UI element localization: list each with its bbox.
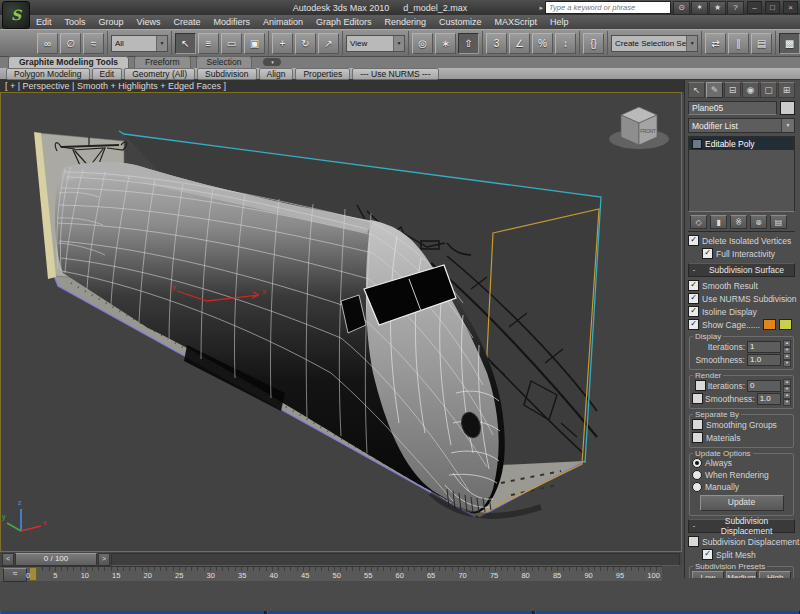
mini-curve-editor-button[interactable]: ≈ <box>3 568 27 582</box>
render-iterations-field[interactable]: 0 <box>747 380 781 392</box>
menu-item[interactable]: Rendering <box>385 17 427 27</box>
menu-item[interactable]: Graph Editors <box>316 17 372 27</box>
ribbon-panel-button[interactable]: Align <box>259 68 294 80</box>
ribbon-panel-button[interactable]: Geometry (All) <box>124 68 195 80</box>
track-bar[interactable]: ≈ 05101520253035404550556065707580859095… <box>0 566 662 581</box>
search-input[interactable] <box>545 1 671 14</box>
ribbon-minimize-toggle[interactable]: ▾ <box>263 58 281 66</box>
ribbon-tab[interactable]: Selection <box>196 56 253 68</box>
menu-item[interactable]: Group <box>99 17 124 27</box>
ribbon-panel-button[interactable]: --- Use NURMS --- <box>352 68 438 80</box>
restore-button[interactable]: □ <box>765 1 780 14</box>
spinner[interactable]: ▲▼ <box>783 379 791 393</box>
cage-color-swatch-orange[interactable] <box>763 319 776 330</box>
menu-item[interactable]: Animation <box>263 17 303 27</box>
menu-item[interactable]: Customize <box>439 17 482 27</box>
smooth-result-row[interactable]: ✓ Smooth Result <box>688 279 795 292</box>
spinner[interactable]: ▲▼ <box>783 340 791 354</box>
preset-medium-button[interactable]: Medium <box>726 571 758 578</box>
select-and-move-icon[interactable]: + <box>272 33 293 54</box>
menu-item[interactable]: Create <box>173 17 200 27</box>
use-pivot-point-center-icon[interactable]: ◎ <box>412 33 433 54</box>
subdivision-surface-rollout-header[interactable]: - Subdivision Surface <box>688 263 795 277</box>
select-and-scale-icon[interactable]: ↗ <box>318 33 339 54</box>
selection-filter-dropdown[interactable]: All▼ <box>111 35 168 52</box>
ribbon-panel-button[interactable]: Edit <box>92 68 123 80</box>
render-iterations-checkbox[interactable] <box>695 380 706 391</box>
preset-high-button[interactable]: High <box>759 571 791 578</box>
configure-modifier-sets-icon[interactable]: ▤ <box>770 215 787 229</box>
show-cage-row[interactable]: ✓ Show Cage...... <box>688 318 795 331</box>
modifier-stack[interactable]: Editable Poly <box>688 136 795 212</box>
modify-tab-icon[interactable]: ✎ <box>706 82 723 98</box>
viewport-3d-scene[interactable]: y x z y x FRONT <box>1 93 681 551</box>
ribbon-panel-button[interactable]: Properties <box>295 68 350 80</box>
bind-to-space-warp-icon[interactable]: ≈ <box>83 33 104 54</box>
edit-named-selection-sets-icon[interactable]: {} <box>583 33 604 54</box>
ribbon-panel-button[interactable]: Subdivision <box>197 68 256 80</box>
split-mesh-row[interactable]: ✓ Split Mesh <box>688 548 795 561</box>
menu-item[interactable]: Help <box>550 17 569 27</box>
manually-radio-row[interactable]: Manually <box>692 481 791 493</box>
graphite-modeling-tools-toggle-icon[interactable]: ▩ <box>779 33 800 54</box>
select-object-icon[interactable]: ↖ <box>175 33 196 54</box>
search-icon[interactable]: ⊙ <box>673 1 690 15</box>
menu-item[interactable]: Views <box>137 17 161 27</box>
percent-snap-icon[interactable]: % <box>532 33 553 54</box>
pin-stack-icon[interactable]: ◇ <box>690 215 707 229</box>
ribbon-panel-button[interactable]: Polygon Modeling <box>6 68 90 80</box>
select-by-name-icon[interactable]: ≡ <box>198 33 219 54</box>
modifier-list-dropdown[interactable]: Modifier List ▼ <box>688 118 795 133</box>
select-and-rotate-icon[interactable]: ↻ <box>295 33 316 54</box>
named-selection-set-dropdown[interactable]: Create Selection Se▼ <box>611 35 698 52</box>
when-rendering-radio-row[interactable]: When Rendering <box>692 469 791 481</box>
3dsmax-logo[interactable]: S <box>2 1 30 29</box>
preset-low-button[interactable]: Low <box>692 571 724 578</box>
hierarchy-tab-icon[interactable]: ⊟ <box>724 82 741 98</box>
time-slider-track[interactable] <box>111 553 680 566</box>
angle-snap-icon[interactable]: ∠ <box>509 33 530 54</box>
next-frame-arrow[interactable]: > <box>98 553 110 566</box>
subdivision-displacement-row[interactable]: Subdivision Displacement <box>688 535 795 548</box>
window-crossing-toggle-icon[interactable]: ▣ <box>244 33 265 54</box>
reference-coordinate-system-dropdown[interactable]: View▼ <box>346 35 405 52</box>
remove-modifier-icon[interactable]: ⊗ <box>750 215 767 229</box>
object-name-field[interactable]: Plane05 <box>688 101 777 115</box>
modifier-stack-item[interactable]: Editable Poly <box>689 137 794 150</box>
make-unique-icon[interactable]: ※ <box>730 215 747 229</box>
cage-color-swatch-yellow[interactable] <box>779 319 792 330</box>
checkbox-checked[interactable]: ✓ <box>688 235 699 246</box>
favorites-icon[interactable]: ★ <box>709 1 726 15</box>
keyboard-shortcut-override-icon[interactable]: ⇧ <box>458 33 479 54</box>
menu-item[interactable]: Modifiers <box>213 17 250 27</box>
perspective-viewport[interactable]: y x z y x FRONT <box>0 92 682 552</box>
motion-tab-icon[interactable]: ◉ <box>742 82 759 98</box>
help-icon[interactable]: ? <box>727 1 744 15</box>
materials-row[interactable]: Materials <box>692 431 791 444</box>
subdivision-displacement-rollout-header[interactable]: - Subdivision Displacement <box>688 519 795 533</box>
spinner[interactable]: ▲▼ <box>783 392 791 406</box>
always-radio-row[interactable]: Always <box>692 457 791 469</box>
ribbon-tab[interactable]: Freeform <box>134 56 190 68</box>
full-interactivity-row[interactable]: ✓ Full Interactivity <box>688 247 795 260</box>
infocenter-expander-icon[interactable]: ▸ <box>539 4 543 12</box>
radio-selected[interactable] <box>692 458 702 468</box>
checkbox-checked[interactable]: ✓ <box>702 248 713 259</box>
select-and-link-icon[interactable]: ∞ <box>37 33 58 54</box>
manage-layers-icon[interactable]: ▤ <box>751 33 772 54</box>
select-and-manipulate-icon[interactable]: ∗ <box>435 33 456 54</box>
viewport-label[interactable]: [ + | Perspective | Smooth + Highlights … <box>0 80 684 92</box>
update-button[interactable]: Update <box>700 495 784 511</box>
object-color-swatch[interactable] <box>780 101 795 115</box>
utilities-tab-icon[interactable]: ⊞ <box>778 82 795 98</box>
display-smoothness-field[interactable]: 1.0 <box>747 354 781 366</box>
delete-isolated-vertices-row[interactable]: ✓ Delete Isolated Vertices <box>688 234 795 247</box>
ribbon-tab[interactable]: Graphite Modeling Tools <box>8 56 129 68</box>
smoothing-groups-row[interactable]: Smoothing Groups <box>692 418 791 431</box>
minimize-button[interactable]: – <box>747 1 762 14</box>
display-iterations-field[interactable]: 1 <box>747 341 781 353</box>
mirror-icon[interactable]: ⇄ <box>705 33 726 54</box>
render-smoothness-field[interactable]: 1.0 <box>757 393 781 405</box>
snaps-toggle-3d-icon[interactable]: 3 <box>486 33 507 54</box>
align-icon[interactable]: ∥ <box>728 33 749 54</box>
